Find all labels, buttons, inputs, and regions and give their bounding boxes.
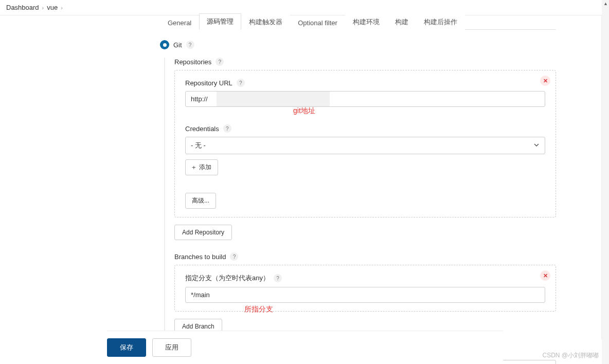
tab-scm[interactable]: 源码管理 xyxy=(199,13,241,30)
credentials-label: Credentials xyxy=(185,125,219,133)
credentials-value: - 无 - xyxy=(191,141,206,150)
repo-url-label: Repository URL xyxy=(185,79,232,87)
tab-postbuild[interactable]: 构建后操作 xyxy=(416,14,465,30)
help-icon[interactable]: ? xyxy=(237,79,245,87)
config-tabs: General 源码管理 构建触发器 Optional filter 构建环境 … xyxy=(160,15,556,30)
help-icon[interactable]: ? xyxy=(223,124,231,133)
repo-url-input[interactable] xyxy=(185,91,545,107)
footer-actions: 保存 应用 xyxy=(107,331,503,364)
branches-label: Branches to build xyxy=(174,253,226,261)
chevron-right-icon: › xyxy=(61,5,63,11)
repository-group: ✕ Repository URL ? git地址 Credentials ? xyxy=(174,70,556,217)
branch-group: ✕ 指定分支（为空时代表any） ? 所指分支 xyxy=(174,265,556,312)
plus-icon: + xyxy=(192,163,196,171)
tab-general[interactable]: General xyxy=(160,15,199,30)
advanced-button[interactable]: 高级... xyxy=(185,193,216,209)
help-icon[interactable]: ? xyxy=(274,274,282,282)
help-icon[interactable]: ? xyxy=(230,252,238,261)
breadcrumb: Dashboard › vue › xyxy=(0,0,609,15)
tab-build-env[interactable]: 构建环境 xyxy=(345,14,387,30)
add-credentials-button[interactable]: + 添加 xyxy=(185,159,218,175)
remove-branch-button[interactable]: ✕ xyxy=(540,270,550,281)
panel-divider xyxy=(601,15,602,339)
tab-optional-filter[interactable]: Optional filter xyxy=(290,15,345,30)
remove-repo-button[interactable]: ✕ xyxy=(540,76,550,86)
tab-build[interactable]: 构建 xyxy=(387,14,416,30)
radio-git[interactable] xyxy=(160,40,169,49)
git-label: Git xyxy=(173,41,182,49)
branch-input[interactable] xyxy=(185,287,545,303)
annotation-branch: 所指分支 xyxy=(244,305,273,314)
breadcrumb-dashboard[interactable]: Dashboard xyxy=(6,4,39,11)
add-repository-button[interactable]: Add Repository xyxy=(174,225,232,240)
branch-spec-label: 指定分支（为空时代表any） xyxy=(185,274,270,283)
help-icon[interactable]: ? xyxy=(216,58,224,66)
repositories-label: Repositories xyxy=(174,58,211,66)
chevron-down-icon xyxy=(533,142,540,150)
help-icon[interactable]: ? xyxy=(186,41,194,49)
scroll-up-icon: ▲ xyxy=(603,1,608,6)
tab-triggers[interactable]: 构建触发器 xyxy=(241,14,290,30)
scrollbar-track[interactable]: ▲ xyxy=(602,0,609,364)
save-button[interactable]: 保存 xyxy=(107,338,146,357)
credentials-select[interactable]: - 无 - xyxy=(185,137,545,154)
watermark: CSDN @小刘胖嘟嘟 xyxy=(542,351,599,360)
apply-button[interactable]: 应用 xyxy=(152,338,191,357)
breadcrumb-vue[interactable]: vue xyxy=(47,4,58,11)
chevron-right-icon: › xyxy=(42,5,44,11)
